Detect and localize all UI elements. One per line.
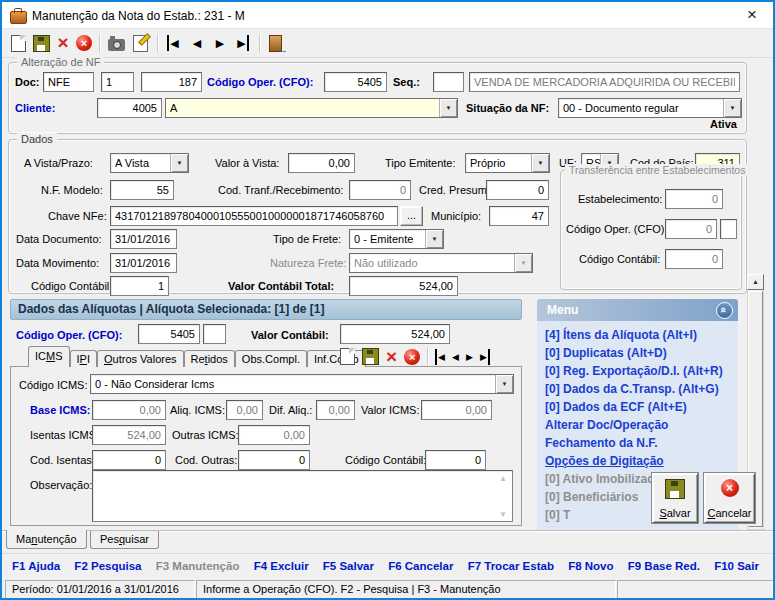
- fkey-f8-novo[interactable]: F8 Novo: [568, 560, 613, 572]
- estabelecimento-input: [665, 189, 723, 209]
- cliente-combo[interactable]: A: [165, 98, 458, 118]
- tab-outros-valores[interactable]: Outros Valores: [97, 350, 184, 367]
- tab-pesquisar[interactable]: Pesquisar: [90, 531, 159, 549]
- chevron-down-icon[interactable]: [723, 99, 741, 117]
- menu-item-truncated: [0] T: [545, 508, 730, 523]
- nav-first-button[interactable]: [163, 33, 183, 53]
- photo-button[interactable]: [106, 33, 126, 53]
- tab-manutencao[interactable]: Manutenção: [6, 530, 87, 549]
- valor-vista-input[interactable]: [288, 153, 355, 173]
- natureza-frete-label: Natureza Frete:: [270, 257, 346, 270]
- chevron-down-icon[interactable]: [531, 154, 549, 172]
- new-record-icon[interactable]: [340, 348, 355, 365]
- menu-item-opcoes-digitacao[interactable]: Opções de Digitação: [545, 454, 730, 469]
- chevron-down-icon[interactable]: [170, 154, 188, 172]
- tab-ipi[interactable]: IPI: [70, 350, 97, 367]
- scrollbar-up-icon[interactable]: [747, 274, 764, 290]
- nav-last-button[interactable]: [233, 33, 253, 53]
- data-documento-input[interactable]: [110, 229, 177, 249]
- codigo-icms-combo[interactable]: 0 - Não Considerar Icms: [90, 374, 514, 394]
- fkey-f6-cancelar[interactable]: F6 Cancelar: [388, 560, 453, 572]
- avista-combo[interactable]: A Vista: [110, 153, 189, 173]
- modelo-input[interactable]: [110, 180, 174, 200]
- fkey-f2-pesquisa[interactable]: F2 Pesquisa: [74, 560, 141, 572]
- codigo-contabil-input[interactable]: [110, 276, 169, 296]
- record-next-icon[interactable]: [466, 349, 473, 365]
- fkey-f5-salvar[interactable]: F5 Salvar: [323, 560, 374, 572]
- icms-codigo-contabil-input[interactable]: [425, 450, 486, 470]
- chave-nfe-input[interactable]: [110, 206, 398, 226]
- textarea-scroll-down-icon[interactable]: [499, 510, 507, 519]
- cod-outras-label: Cod. Outras:: [175, 454, 237, 467]
- fkey-f10-sair[interactable]: F10 Sair: [714, 560, 759, 572]
- fkey-f1-ajuda[interactable]: F1 Ajuda: [12, 560, 60, 572]
- save-record-icon[interactable]: [362, 348, 379, 365]
- save-button[interactable]: [31, 33, 51, 53]
- cancelar-button[interactable]: Cancelar: [704, 473, 755, 523]
- menu-item-fechamento-nf[interactable]: Fechamento da N.F.: [545, 436, 730, 451]
- close-icon[interactable]: [739, 5, 765, 25]
- isentas-icms-label: Isentas ICMS:: [30, 429, 99, 442]
- cod-outras-input[interactable]: [238, 450, 310, 470]
- chevron-down-icon: [514, 254, 532, 272]
- salvar-button[interactable]: Salvar: [652, 473, 698, 523]
- salvar-button-label: Salvar: [659, 507, 690, 519]
- cancelar-button-label: Cancelar: [707, 507, 751, 519]
- fkey-f7-trocar-estab[interactable]: F7 Trocar Estab: [468, 560, 554, 572]
- municipio-input[interactable]: [489, 206, 549, 226]
- tab-icms[interactable]: ICMS: [28, 346, 70, 367]
- nav-next-icon: [216, 35, 224, 51]
- record-last-icon[interactable]: [480, 349, 490, 365]
- exit-button[interactable]: [265, 33, 285, 53]
- chave-browse-button[interactable]: ...: [400, 206, 423, 226]
- cancel-button[interactable]: [74, 33, 94, 53]
- transf-cfo-seq-input[interactable]: [720, 219, 737, 239]
- seq-input[interactable]: [433, 72, 464, 92]
- situacao-combo[interactable]: 00 - Documento regular: [558, 98, 742, 118]
- delete-button[interactable]: [53, 33, 73, 53]
- doc-series-input[interactable]: [101, 72, 134, 92]
- data-documento-label: Data Documento:: [16, 233, 102, 246]
- textarea-scroll-up-icon[interactable]: [499, 474, 507, 483]
- record-first-icon[interactable]: [435, 349, 445, 365]
- tab-retidos[interactable]: Retidos: [184, 350, 235, 367]
- data-movimento-input[interactable]: [110, 253, 177, 273]
- chevron-down-icon[interactable]: [495, 375, 513, 393]
- aliquota-cfo-input[interactable]: [138, 324, 200, 344]
- doc-number-input[interactable]: [141, 72, 202, 92]
- doc-type-input[interactable]: [43, 72, 94, 92]
- chevron-down-icon[interactable]: [439, 99, 457, 117]
- cod-isentas-input[interactable]: [92, 450, 166, 470]
- chevron-down-icon[interactable]: [425, 230, 443, 248]
- menu-item-dados-ecf[interactable]: [0] Dados da ECF (Alt+E): [545, 400, 730, 415]
- tipo-emitente-combo[interactable]: Próprio: [465, 153, 550, 173]
- menu-item-reg-exportacao[interactable]: [0] Reg. Exportação/D.I. (Alt+R): [545, 364, 730, 379]
- record-previous-icon[interactable]: [452, 349, 459, 365]
- valor-contabil-total-input[interactable]: [349, 276, 458, 296]
- aliquota-cfo-seq-input[interactable]: [203, 324, 226, 344]
- natureza-frete-combo: Não utilizado: [349, 253, 533, 273]
- nav-previous-button[interactable]: [187, 33, 207, 53]
- collapse-chevron-icon[interactable]: [716, 302, 733, 319]
- cred-presum-input[interactable]: [486, 180, 549, 200]
- nav-next-button[interactable]: [210, 33, 230, 53]
- edit-notes-button[interactable]: [130, 33, 150, 53]
- tab-obs-compl[interactable]: Obs.Compl.: [235, 350, 307, 367]
- menu-item-itens-aliquota[interactable]: [4] Ítens da Alíquota (Alt+I): [545, 328, 730, 343]
- fkey-f9-base-red[interactable]: F9 Base Red.: [628, 560, 700, 572]
- menu-item-dados-ctransp[interactable]: [0] Dados da C.Transp. (Alt+G): [545, 382, 730, 397]
- delete-record-icon[interactable]: [386, 349, 397, 365]
- valor-contabil-total-label: Valor Contábil Total:: [228, 280, 334, 293]
- menu-item-duplicatas[interactable]: [0] Duplicatas (Alt+D): [545, 346, 730, 361]
- observacao-input[interactable]: [92, 470, 513, 522]
- menu-item-alterar-doc-operacao[interactable]: Alterar Doc/Operação: [545, 418, 730, 433]
- new-button[interactable]: [8, 33, 28, 53]
- cfo-input[interactable]: [324, 72, 387, 92]
- aliquota-valor-input[interactable]: [340, 324, 450, 344]
- cred-presum-label: Cred. Presum.:: [419, 184, 493, 197]
- tipo-frete-combo[interactable]: 0 - Emitente: [349, 229, 444, 249]
- situacao-combo-value: 00 - Documento regular: [559, 99, 723, 117]
- cancel-record-icon[interactable]: [404, 349, 420, 365]
- cliente-code-input[interactable]: [97, 98, 162, 118]
- fkey-f4-excluir[interactable]: F4 Excluir: [254, 560, 309, 572]
